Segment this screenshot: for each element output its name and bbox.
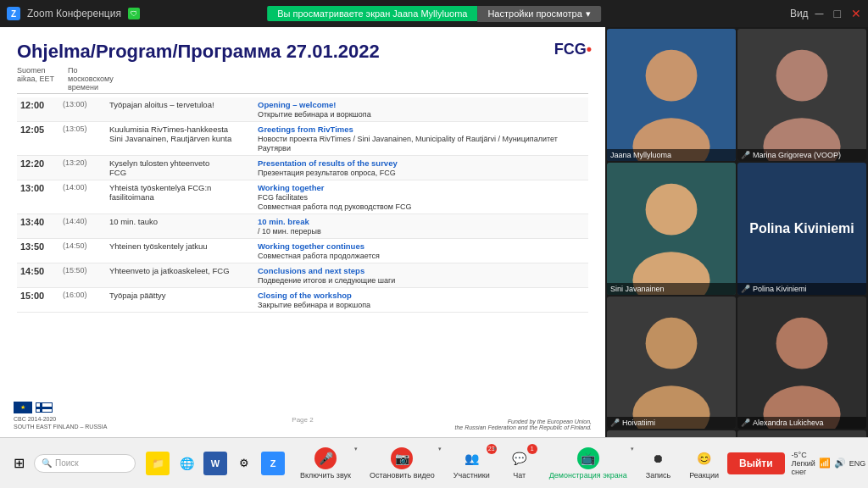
- mic-off-icon: 🎤: [741, 151, 750, 159]
- zoom-btn-muted[interactable]: ▾ 🎤 Включить звук: [292, 444, 359, 483]
- mic-off-icon: 🎤: [741, 285, 750, 293]
- notification-badge: 1: [527, 444, 537, 454]
- mic-off-icon: 🎤: [741, 419, 750, 427]
- caret-icon: ▾: [438, 446, 442, 452]
- security-icon: 🛡: [128, 8, 140, 19]
- windows-start-icon[interactable]: ⊞: [7, 452, 31, 475]
- schedule-en-text: Closing of the workshop Закрытие вебинар…: [254, 288, 588, 313]
- zoom-btn-share[interactable]: ▾ 📺 Демонстрация экрана: [541, 444, 636, 483]
- video-cell: Jaana Myllyluoma: [607, 29, 736, 161]
- zoom-controls: ▾ 🎤 Включить звук ▾ 📷 Остановить видео 2…: [292, 444, 727, 483]
- funding-text: Funded by the European Union, the Russia…: [455, 419, 593, 430]
- schedule-table: 12:00 (13:00) Työpajan aloitus – tervetu…: [17, 97, 588, 313]
- search-placeholder: Поиск: [55, 458, 79, 468]
- presentation-area: Ohjelma/Program/Программа 27.01.2022 FCG…: [0, 27, 605, 437]
- gear-icon[interactable]: ⚙: [232, 452, 256, 475]
- system-app-icons: 📁 🌐 W ⚙ Z: [146, 452, 285, 475]
- title-bar-right: Вид ─ □ ✕: [790, 7, 861, 20]
- schedule-en-text: Presentation of results of the survey Пр…: [254, 156, 588, 180]
- column-headers: Suomen aikaa, EET По московскому времени: [17, 66, 588, 94]
- zoom-btn-video[interactable]: ▾ 📷 Остановить видео: [361, 444, 443, 483]
- taskbar: ⊞ 🔍 Поиск 📁 🌐 W ⚙ Z ▾ 🎤 Включить звук ▾ …: [0, 437, 868, 488]
- participant-video: [737, 29, 866, 161]
- record-label: Запись: [646, 471, 671, 480]
- schedule-moscow: (14:50): [59, 239, 106, 263]
- search-icon: 🔍: [42, 458, 52, 468]
- col-fi-header: [119, 66, 271, 92]
- caret-icon: ▾: [493, 446, 497, 452]
- taskbar-right: Выйти -5°C Легкий снег 📶 🔊 ENG 13:08 27.…: [727, 451, 868, 476]
- participants-label: Участники: [453, 471, 490, 480]
- video-grid: Jaana Myllyluoma 🎤Marina Grigoreva (VOOP…: [605, 27, 868, 430]
- settings-badge[interactable]: Настройки просмотра ▾: [477, 6, 600, 22]
- taskbar-system-left: ⊞ 🔍 Поиск: [7, 452, 136, 475]
- video-label: Остановить видео: [370, 471, 435, 480]
- file-explorer-icon[interactable]: 📁: [146, 452, 170, 475]
- minimize-icon[interactable]: ─: [815, 7, 824, 20]
- zoom-icon: Z: [7, 7, 20, 20]
- word-icon[interactable]: W: [203, 452, 227, 475]
- schedule-time: 13:40: [17, 214, 59, 239]
- close-icon[interactable]: ✕: [851, 7, 861, 20]
- schedule-fi-text: Yhteenveto ja jatkoaskeleet, FCG: [106, 263, 254, 288]
- muted-icon: 🎤: [314, 447, 337, 469]
- caret-icon: ▾: [631, 446, 634, 452]
- schedule-moscow: (16:00): [59, 288, 106, 313]
- caret-icon: ▾: [354, 446, 358, 452]
- program-info: CBC 2014-2020SOUTH EAST FINLAND – RUSSIA: [14, 415, 107, 430]
- mic-off-icon: 🎤: [610, 419, 620, 427]
- schedule-en-text: Working together FCG facilitatesСовместн…: [254, 180, 588, 214]
- search-box[interactable]: 🔍 Поиск: [34, 454, 136, 473]
- maximize-icon[interactable]: □: [834, 7, 841, 20]
- schedule-row: 12:05 (13:05) Kuulumisia RivTimes-hankke…: [17, 122, 588, 156]
- schedule-moscow: (14:00): [59, 180, 106, 214]
- schedule-fi-text: Työpajan aloitus – tervetuloa!: [106, 97, 254, 122]
- schedule-moscow: (14:40): [59, 214, 106, 239]
- share-icon: 📺: [577, 447, 599, 469]
- participant-video: [607, 163, 736, 295]
- schedule-fi-text: Yhteistä työskentelyä FCG:n fasilitoiman…: [106, 180, 254, 214]
- schedule-row: 14:50 (15:50) Yhteenveto ja jatkoaskelee…: [17, 263, 588, 288]
- col-en-header: [271, 66, 588, 92]
- participant-name-bar: Jaana Myllyluoma: [607, 149, 736, 161]
- video-cell: 🎤Hoivatiimi: [607, 297, 736, 429]
- video-cell: Polina Kiviniemi🎤Polina Kiviniemi: [737, 163, 866, 295]
- schedule-en-text: Opening – welcome! Открытие вебинара и в…: [254, 97, 588, 122]
- svg-point-4: [776, 50, 828, 102]
- schedule-en-text: Greetings from RivTimes Новости проекта …: [254, 122, 588, 156]
- zoom-taskbar-icon[interactable]: Z: [261, 452, 285, 475]
- video-icon: 📷: [391, 447, 413, 469]
- window-controls: ─ □ ✕: [815, 7, 861, 20]
- title-bar-left: Z Zoom Конференция 🛡: [7, 7, 140, 20]
- schedule-moscow: (13:05): [59, 122, 106, 156]
- participant-name-bar: Sini Javanainen: [607, 283, 736, 295]
- video-cell: 🎤Marina Grigoreva (VOOP): [737, 29, 866, 161]
- participant-name-bar: 🎤Hoivatiimi: [607, 417, 736, 429]
- zoom-btn-reaction[interactable]: 😊 Реакции: [681, 444, 727, 483]
- zoom-btn-chat[interactable]: 1 💬 Чат: [500, 444, 539, 483]
- schedule-en-text: Conclusions and next steps Подведение ит…: [254, 263, 588, 288]
- zoom-btn-participants[interactable]: 23 ▾ 👥 Участники: [445, 444, 498, 483]
- participant-video: [607, 29, 736, 161]
- view-label: Вид: [790, 8, 809, 19]
- network-icon: 📶: [819, 458, 831, 469]
- schedule-en-text: 10 min. break / 10 мин. перерыв: [254, 214, 588, 239]
- muted-label: Включить звук: [300, 471, 351, 480]
- chrome-icon[interactable]: 🌐: [175, 452, 198, 475]
- fcg-logo: FCG•: [554, 41, 592, 58]
- schedule-time: 13:00: [17, 180, 59, 214]
- language-indicator: ENG: [849, 459, 866, 468]
- app-title: Zoom Конференция: [27, 8, 121, 19]
- reaction-icon: 😊: [693, 447, 715, 469]
- schedule-moscow: (13:20): [59, 156, 106, 180]
- col-moscow-header: По московскому времени: [68, 66, 119, 92]
- schedule-time: 14:50: [17, 263, 59, 288]
- schedule-moscow: (15:50): [59, 263, 106, 288]
- schedule-time: 12:05: [17, 122, 59, 156]
- schedule-row: 12:20 (13:20) Kyselyn tulosten yhteenvet…: [17, 156, 588, 180]
- exit-button[interactable]: Выйти: [727, 452, 785, 474]
- schedule-fi-text: Yhteinen työskentely jatkuu: [106, 239, 254, 263]
- weather-info: -5°C Легкий снег: [792, 451, 815, 476]
- zoom-btn-record[interactable]: ⏺ Запись: [637, 444, 680, 483]
- share-label: Демонстрация экрана: [549, 471, 627, 480]
